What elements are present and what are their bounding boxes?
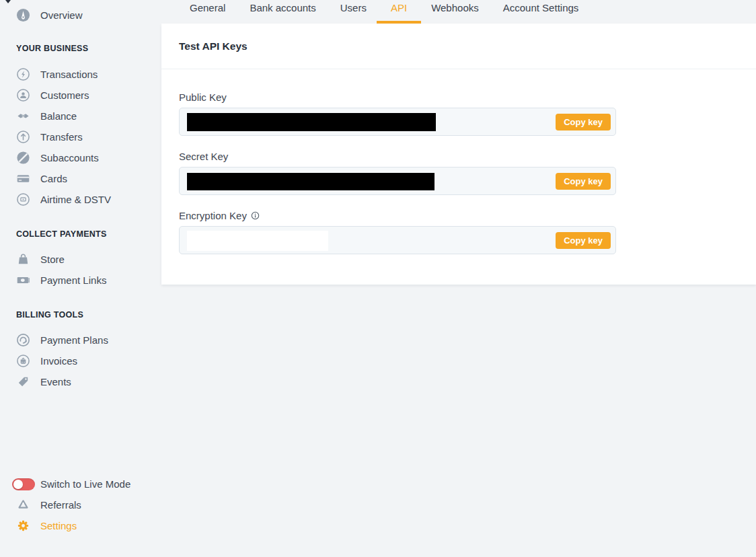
sidebar-section-collect-payments: COLLECT PAYMENTS	[0, 228, 161, 240]
tab-api[interactable]: API	[391, 0, 407, 24]
cards-icon	[16, 172, 30, 186]
live-mode-toggle-row[interactable]: Switch to Live Mode	[0, 474, 161, 494]
public-key-redacted-value	[187, 113, 436, 131]
sidebar-item-label: Balance	[40, 110, 77, 122]
tab-webhooks[interactable]: Webhooks	[431, 0, 479, 24]
sidebar-item-subaccounts[interactable]: Subaccounts	[0, 147, 161, 168]
sidebar-item-cards[interactable]: Cards	[0, 168, 161, 189]
customers-icon	[16, 88, 30, 102]
sidebar-item-transfers[interactable]: Transfers	[0, 126, 161, 147]
airtime-dstv-icon	[16, 192, 30, 207]
sidebar-item-label: Subaccounts	[40, 152, 99, 163]
info-icon[interactable]	[251, 211, 260, 220]
card-title: Test API Keys	[179, 40, 248, 52]
payment-links-banknote-icon	[16, 273, 30, 287]
settings-tab-bar: General Bank accounts Users API Webhooks…	[161, 0, 756, 24]
sidebar-item-store[interactable]: Store	[0, 249, 161, 270]
sidebar-section-billing-tools: BILLING TOOLS	[0, 309, 161, 321]
sidebar-item-label: Payment Links	[40, 274, 106, 286]
encryption-key-redacted-value	[187, 231, 328, 251]
sidebar-item-events[interactable]: Events	[0, 371, 161, 392]
sidebar-item-invoices[interactable]: Invoices	[0, 350, 161, 371]
referrals-icon	[16, 498, 30, 512]
sidebar-item-label: Cards	[40, 173, 67, 184]
sidebar-item-label: Referrals	[40, 499, 81, 511]
live-mode-label: Switch to Live Mode	[40, 478, 130, 490]
sidebar-footer: Switch to Live Mode Referrals Settings	[0, 474, 161, 536]
overview-icon	[16, 8, 30, 22]
secret-key-field[interactable]: Copy key	[179, 167, 616, 195]
encryption-key-label-row: Encryption Key	[179, 209, 739, 221]
sidebar-item-label: Events	[40, 376, 71, 387]
payment-plans-icon	[16, 333, 30, 347]
invoices-icon	[16, 354, 30, 368]
sidebar: Overview YOUR BUSINESS Transactions Cust…	[0, 0, 161, 557]
settings-gear-icon	[16, 519, 30, 533]
sidebar-item-customers[interactable]: Customers	[0, 85, 161, 106]
secret-key-redacted-value	[187, 173, 434, 190]
sidebar-item-label: Settings	[40, 520, 77, 531]
sidebar-item-label: Payment Plans	[40, 334, 108, 346]
tab-bank-accounts[interactable]: Bank accounts	[250, 0, 315, 24]
encryption-key-label: Encryption Key	[179, 210, 247, 221]
sidebar-item-label: Store	[40, 254, 65, 265]
sidebar-item-label: Customers	[40, 89, 89, 101]
partial-logo	[5, 0, 11, 3]
tab-account-settings[interactable]: Account Settings	[503, 0, 579, 24]
sidebar-item-balance[interactable]: Balance	[0, 106, 161, 126]
sidebar-item-label: Transfers	[40, 131, 83, 143]
events-tag-icon	[16, 375, 30, 389]
public-key-label: Public Key	[179, 91, 739, 103]
live-mode-toggle[interactable]	[12, 478, 35, 490]
balance-handshake-icon	[16, 109, 30, 123]
copy-secret-key-button[interactable]: Copy key	[556, 173, 611, 190]
secret-key-label: Secret Key	[179, 150, 739, 162]
sidebar-item-payment-links[interactable]: Payment Links	[0, 270, 161, 291]
sidebar-section-your-business: YOUR BUSINESS	[0, 42, 161, 54]
sidebar-item-settings[interactable]: Settings	[0, 515, 161, 536]
sidebar-item-payment-plans[interactable]: Payment Plans	[0, 330, 161, 350]
sidebar-item-label: Airtime & DSTV	[40, 194, 111, 205]
encryption-key-field[interactable]: Copy key	[179, 226, 616, 254]
sidebar-item-label: Invoices	[40, 355, 77, 367]
tab-users[interactable]: Users	[340, 0, 367, 24]
tab-general[interactable]: General	[190, 0, 225, 24]
store-bag-icon	[16, 252, 30, 266]
card-header: Test API Keys	[161, 24, 756, 69]
sidebar-item-overview[interactable]: Overview	[0, 5, 161, 25]
copy-public-key-button[interactable]: Copy key	[556, 114, 611, 131]
sidebar-item-referrals[interactable]: Referrals	[0, 494, 161, 515]
transfers-icon	[16, 130, 30, 144]
sidebar-item-airtime-dstv[interactable]: Airtime & DSTV	[0, 189, 161, 210]
toggle-knob	[13, 480, 23, 489]
public-key-field[interactable]: Copy key	[179, 108, 616, 136]
api-keys-card: Test API Keys Public Key Copy key Secret…	[161, 24, 756, 285]
subaccounts-icon	[16, 151, 30, 165]
transactions-icon	[16, 67, 30, 81]
copy-encryption-key-button[interactable]: Copy key	[556, 232, 611, 249]
sidebar-item-label: Transactions	[40, 69, 98, 80]
card-body: Public Key Copy key Secret Key Copy key …	[161, 91, 756, 254]
sidebar-item-label: Overview	[40, 9, 83, 21]
sidebar-item-transactions[interactable]: Transactions	[0, 64, 161, 85]
